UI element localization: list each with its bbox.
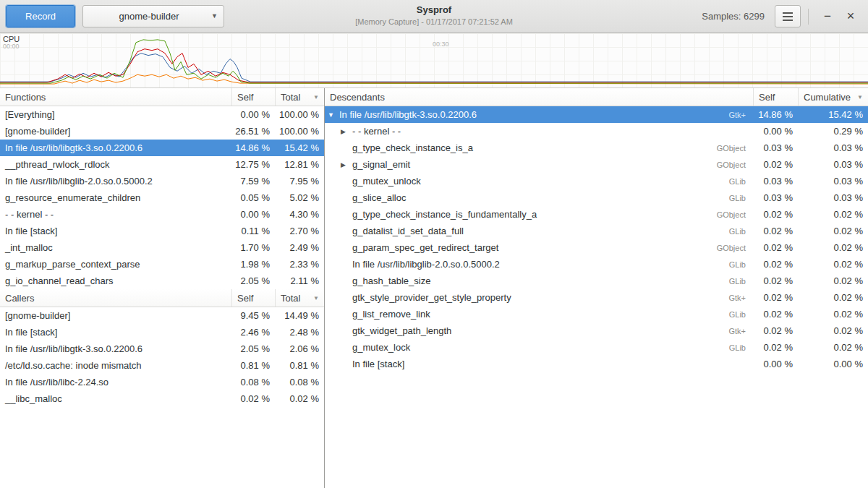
close-button[interactable]: × [839, 5, 862, 28]
function-name: __libc_malloc [0, 393, 231, 404]
total-percent: 2.48 % [275, 327, 324, 338]
table-row[interactable]: In file [stack]0.00 %0.00 % [325, 356, 868, 372]
menu-button[interactable] [775, 5, 801, 27]
cumulative-percent: 0.02 % [798, 342, 868, 353]
self-percent: 0.00 % [753, 126, 798, 137]
table-row[interactable]: g_list_remove_linkGLib0.02 %0.02 % [325, 306, 868, 322]
table-row[interactable]: g_mutex_lockGLib0.02 %0.02 % [325, 339, 868, 356]
table-row[interactable]: g_datalist_id_set_data_fullGLib0.02 %0.0… [325, 223, 868, 239]
self-percent: 0.02 % [753, 159, 798, 170]
function-name: g_type_check_instance_is_a [352, 142, 473, 153]
callers-self-column-header[interactable]: Self [231, 289, 275, 307]
expander-collapsed-icon[interactable]: ▶ [341, 128, 352, 135]
total-percent: 2.06 % [275, 343, 324, 354]
minimize-button[interactable]: − [816, 5, 839, 28]
self-percent: 0.00 % [753, 359, 798, 369]
self-percent: 0.02 % [753, 209, 798, 220]
expander-collapsed-icon[interactable]: ▶ [341, 161, 352, 168]
functions-self-column-header[interactable]: Self [231, 88, 275, 106]
chevron-down-icon: ▼ [211, 12, 218, 20]
function-name: g_param_spec_get_redirect_target [352, 242, 498, 253]
library-badge: Gtk+ [728, 294, 753, 302]
descendants-table: ▼In file /usr/lib/libgtk-3.so.0.2200.6Gt… [325, 106, 868, 372]
table-row[interactable]: ▶g_signal_emitGObject0.02 %0.03 % [325, 156, 868, 173]
table-row[interactable]: __pthread_rwlock_rdlock12.75 %12.81 % [0, 156, 324, 173]
descendants-self-column-header[interactable]: Self [753, 88, 798, 106]
table-row[interactable]: In file [stack]0.11 %2.70 % [0, 223, 324, 239]
table-row[interactable]: [Everything]0.00 %100.00 % [0, 106, 324, 123]
descendant-name-cell: ▼In file /usr/lib/libgtk-3.so.0.2200.6 [325, 109, 728, 120]
cpu-graph[interactable]: CPU 00:00 00:30 [0, 33, 868, 88]
expander-expanded-icon[interactable]: ▼ [328, 111, 339, 119]
self-percent: 12.75 % [231, 159, 275, 170]
table-row[interactable]: __libc_malloc0.02 %0.02 % [0, 390, 324, 407]
record-button[interactable]: Record [6, 5, 75, 27]
process-selector[interactable]: gnome-builder ▼ [82, 5, 224, 27]
library-badge: GObject [717, 244, 753, 252]
table-row[interactable]: In file /usr/lib/libgtk-3.so.0.2200.614.… [0, 140, 324, 156]
descendants-cumulative-column-header[interactable]: Cumulative ▼ [798, 88, 868, 106]
self-percent: 0.00 % [231, 209, 275, 220]
total-percent: 0.08 % [275, 377, 324, 388]
functions-table: [Everything]0.00 %100.00 %[gnome-builder… [0, 106, 324, 289]
descendant-name-cell: g_type_check_instance_is_fundamentally_a [325, 209, 717, 220]
descendants-column-header[interactable]: Descendants [325, 88, 753, 106]
table-row[interactable]: ▶- - kernel - -0.00 %0.29 % [325, 123, 868, 140]
self-percent: 0.03 % [753, 192, 798, 203]
table-row[interactable]: _int_malloc1.70 %2.49 % [0, 239, 324, 256]
callers-table-header: Callers Self Total ▼ [0, 289, 324, 307]
table-row[interactable]: g_type_check_instance_is_aGObject0.03 %0… [325, 140, 868, 156]
descendant-name-cell: g_mutex_unlock [325, 176, 729, 187]
cumulative-percent: 0.02 % [798, 242, 868, 253]
table-row[interactable]: In file [stack]2.46 %2.48 % [0, 324, 324, 341]
self-percent: 0.02 % [753, 259, 798, 270]
total-percent: 15.42 % [275, 142, 324, 153]
descendant-name-cell: g_type_check_instance_is_a [325, 142, 717, 153]
function-name: In file [stack] [0, 327, 231, 338]
descendant-name-cell: ▶- - kernel - - [325, 126, 746, 137]
total-percent: 2.33 % [275, 259, 324, 270]
table-row[interactable]: [gnome-builder]26.51 %100.00 % [0, 123, 324, 140]
table-row[interactable]: g_resource_enumerate_children0.05 %5.02 … [0, 189, 324, 206]
table-row[interactable]: gtk_style_provider_get_style_propertyGtk… [325, 289, 868, 306]
table-row[interactable]: /etc/ld.so.cache: inode mismatch0.81 %0.… [0, 357, 324, 374]
table-row[interactable]: g_type_check_instance_is_fundamentally_a… [325, 206, 868, 223]
table-row[interactable]: g_io_channel_read_chars2.05 %2.11 % [0, 273, 324, 289]
self-percent: 0.02 % [753, 292, 798, 303]
callers-total-column-header[interactable]: Total ▼ [275, 289, 324, 307]
functions-total-column-header[interactable]: Total ▼ [275, 88, 324, 106]
library-badge: GLib [729, 260, 753, 269]
table-row[interactable]: gtk_widget_path_lengthGtk+0.02 %0.02 % [325, 322, 868, 339]
table-row[interactable]: In file /usr/lib/libglib-2.0.so.0.5000.2… [325, 256, 868, 273]
descendant-name-cell: g_slice_alloc [325, 192, 729, 203]
table-row[interactable]: - - kernel - -0.00 %4.30 % [0, 206, 324, 223]
table-row[interactable]: ▼In file /usr/lib/libgtk-3.so.0.2200.6Gt… [325, 106, 868, 123]
table-row[interactable]: g_mutex_unlockGLib0.03 %0.03 % [325, 173, 868, 189]
function-name: g_mutex_lock [352, 342, 410, 353]
functions-column-header[interactable]: Functions [0, 88, 231, 106]
self-percent: 0.00 % [231, 109, 275, 120]
self-percent: 0.03 % [753, 142, 798, 153]
process-selector-label: gnome-builder [90, 11, 208, 22]
library-badge: GLib [729, 277, 753, 286]
table-row[interactable]: In file /usr/lib/libglib-2.0.so.0.5000.2… [0, 173, 324, 189]
function-name: In file /usr/lib/libgtk-3.so.0.2200.6 [339, 109, 477, 120]
descendant-name-cell: g_list_remove_link [325, 309, 729, 320]
table-row[interactable]: g_slice_allocGLib0.03 %0.03 % [325, 189, 868, 206]
function-name: g_datalist_id_set_data_full [352, 226, 464, 236]
table-row[interactable]: g_hash_table_sizeGLib0.02 %0.02 % [325, 273, 868, 289]
function-name: In file /usr/lib/libglib-2.0.so.0.5000.2 [0, 176, 231, 187]
library-badge: GObject [717, 210, 753, 219]
cpu-red-line [0, 49, 868, 82]
table-row[interactable]: g_param_spec_get_redirect_targetGObject0… [325, 239, 868, 256]
table-row[interactable]: In file /usr/lib/libgtk-3.so.0.2200.62.0… [0, 341, 324, 357]
total-percent: 14.49 % [275, 310, 324, 321]
callers-column-header[interactable]: Callers [0, 289, 231, 307]
table-row[interactable]: In file /usr/lib/libc-2.24.so0.08 %0.08 … [0, 374, 324, 390]
table-row[interactable]: [gnome-builder]9.45 %14.49 % [0, 307, 324, 324]
function-name: In file [stack] [0, 226, 231, 236]
table-row[interactable]: g_markup_parse_context_parse1.98 %2.33 % [0, 256, 324, 273]
function-name: g_hash_table_size [352, 275, 430, 286]
self-percent: 0.05 % [231, 192, 275, 203]
total-percent: 4.30 % [275, 209, 324, 220]
